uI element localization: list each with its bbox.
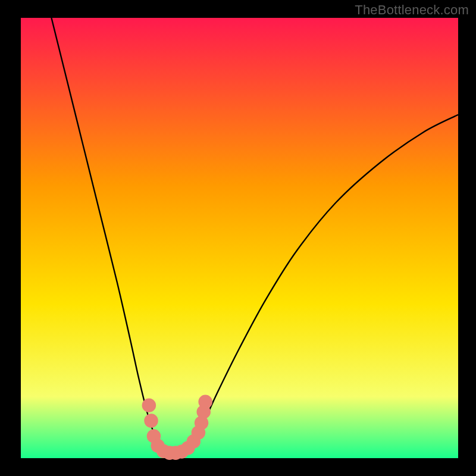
marker-dot — [142, 398, 156, 412]
plot-background — [21, 18, 458, 458]
chart-stage: TheBottleneck.com — [0, 0, 476, 476]
bottleneck-chart — [0, 0, 476, 476]
marker-dot — [144, 414, 158, 428]
watermark-text: TheBottleneck.com — [355, 2, 469, 18]
marker-dot — [198, 395, 212, 409]
